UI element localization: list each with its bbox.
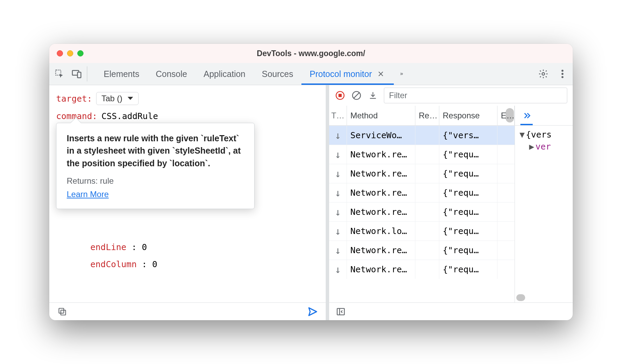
tab-sources[interactable]: Sources xyxy=(254,63,301,85)
col-response[interactable]: Response xyxy=(439,106,497,125)
svg-point-6 xyxy=(561,76,563,78)
download-icon[interactable] xyxy=(367,90,378,101)
cell-method: Network.re… xyxy=(347,241,415,260)
settings-icon[interactable] xyxy=(538,68,549,79)
more-tabs-icon[interactable] xyxy=(396,68,407,79)
cell-request xyxy=(415,183,439,202)
param-endcolumn-key: endColumn xyxy=(90,259,137,269)
cell-request xyxy=(415,241,439,260)
col-method[interactable]: Method xyxy=(347,106,415,125)
arrow-down-icon: ↓ xyxy=(335,187,341,199)
protocol-log-pane: T… Method Re… Response E… ↓ServiceWo…{"v… xyxy=(329,85,573,320)
svg-point-3 xyxy=(542,73,545,75)
cell-elapsed xyxy=(497,260,515,279)
col-request[interactable]: Re… xyxy=(415,106,439,125)
tab-elements[interactable]: Elements xyxy=(95,63,147,85)
cell-response: {"vers… xyxy=(439,126,497,145)
cell-method: Network.re… xyxy=(347,203,415,221)
cell-method: Network.re… xyxy=(347,260,415,279)
main-split: target: Tab () command: CSS.addRule Inse… xyxy=(49,85,573,320)
command-value[interactable]: CSS.addRule xyxy=(101,111,158,121)
tab-protocol-monitor[interactable]: Protocol monitor xyxy=(301,63,394,85)
detail-body[interactable]: ▼{vers ▶ver xyxy=(515,126,573,302)
vertical-scrollbar-thumb[interactable] xyxy=(506,108,514,122)
svg-rect-10 xyxy=(338,94,341,97)
log-toolbar xyxy=(329,85,573,106)
cell-request xyxy=(415,203,439,221)
param-endcolumn-val[interactable]: 0 xyxy=(152,259,157,269)
table-row[interactable]: ↓Network.re…{"requ… xyxy=(329,202,515,221)
svg-point-4 xyxy=(561,70,563,72)
clear-icon[interactable] xyxy=(351,90,362,101)
cell-request xyxy=(415,145,439,164)
panel-tabs: Elements Console Application Sources Pro… xyxy=(95,63,394,85)
titlebar: DevTools - www.google.com/ xyxy=(49,44,573,63)
window-title: DevTools - www.google.com/ xyxy=(49,49,573,58)
horizontal-scrollbar[interactable] xyxy=(516,294,571,301)
log-table: T… Method Re… Response E… ↓ServiceWo…{"v… xyxy=(329,106,515,302)
kebab-menu-icon[interactable] xyxy=(557,68,568,79)
command-editor-pane: target: Tab () command: CSS.addRule Inse… xyxy=(49,85,326,320)
cell-method: Network.re… xyxy=(347,183,415,202)
table-row[interactable]: ↓Network.lo…{"requ… xyxy=(329,221,515,240)
cell-request xyxy=(415,164,439,183)
learn-more-link[interactable]: Learn More xyxy=(67,190,109,199)
cell-method: ServiceWo… xyxy=(347,126,415,145)
table-row[interactable]: ↓Network.re…{"requ… xyxy=(329,145,515,164)
detail-tab-more[interactable] xyxy=(520,106,533,125)
cell-response: {"requ… xyxy=(439,241,497,260)
cell-method: Network.re… xyxy=(347,145,415,164)
device-toggle-icon[interactable] xyxy=(71,68,82,79)
cell-response: {"requ… xyxy=(439,145,497,164)
log-footer xyxy=(329,302,573,320)
table-rows: ↓ServiceWo…{"vers…↓Network.re…{"requ…↓Ne… xyxy=(329,126,515,279)
devtools-window: DevTools - www.google.com/ Elements Cons… xyxy=(49,44,573,320)
cell-elapsed xyxy=(497,183,515,202)
inspect-icon[interactable] xyxy=(54,68,65,79)
command-editor-footer xyxy=(49,302,326,320)
table-row[interactable]: ↓Network.re…{"requ… xyxy=(329,260,515,279)
table-row[interactable]: ↓Network.re…{"requ… xyxy=(329,240,515,260)
send-icon[interactable] xyxy=(307,306,318,317)
record-icon[interactable] xyxy=(335,90,346,101)
horizontal-scrollbar-thumb[interactable] xyxy=(516,294,525,301)
target-label: target: xyxy=(56,94,92,104)
cell-elapsed xyxy=(497,222,515,240)
log-body: T… Method Re… Response E… ↓ServiceWo…{"v… xyxy=(329,106,573,302)
svg-rect-7 xyxy=(61,310,66,315)
target-select[interactable]: Tab () xyxy=(96,92,138,105)
svg-point-5 xyxy=(561,73,563,75)
copy-icon[interactable] xyxy=(57,306,68,317)
pane-splitter[interactable] xyxy=(326,85,329,320)
cell-response: {"requ… xyxy=(439,183,497,202)
svg-rect-8 xyxy=(59,308,64,313)
table-header: T… Method Re… Response E… xyxy=(329,106,515,126)
tab-console[interactable]: Console xyxy=(147,63,195,85)
cell-request xyxy=(415,260,439,279)
close-icon[interactable] xyxy=(376,70,386,77)
arrow-down-icon: ↓ xyxy=(335,168,341,180)
table-row[interactable]: ↓ServiceWo…{"vers… xyxy=(329,126,515,145)
cell-response: {"requ… xyxy=(439,222,497,240)
filter-input[interactable] xyxy=(384,88,567,103)
command-params: endLine : 0 endColumn : 0 xyxy=(90,239,319,273)
panel-tabstrip: Elements Console Application Sources Pro… xyxy=(49,63,573,85)
cell-elapsed xyxy=(497,241,515,260)
tab-application[interactable]: Application xyxy=(195,63,254,85)
log-detail: ▼{vers ▶ver xyxy=(515,106,573,302)
table-row[interactable]: ↓Network.re…{"requ… xyxy=(329,183,515,202)
cell-elapsed xyxy=(497,126,515,145)
param-endline-val[interactable]: 0 xyxy=(142,242,147,252)
command-doc-tooltip: Inserts a new rule with the given `ruleT… xyxy=(56,123,255,209)
col-type[interactable]: T… xyxy=(329,106,347,125)
arrow-down-icon: ↓ xyxy=(335,225,341,237)
detail-tabs xyxy=(515,106,573,126)
cell-elapsed xyxy=(497,203,515,221)
arrow-down-icon: ↓ xyxy=(335,129,341,141)
command-editor-body: target: Tab () command: CSS.addRule Inse… xyxy=(49,85,326,302)
table-row[interactable]: ↓Network.re…{"requ… xyxy=(329,164,515,183)
cell-request xyxy=(415,126,439,145)
toggle-sidebar-icon[interactable] xyxy=(335,306,346,317)
arrow-down-icon: ↓ xyxy=(335,206,341,218)
svg-rect-2 xyxy=(78,72,81,78)
